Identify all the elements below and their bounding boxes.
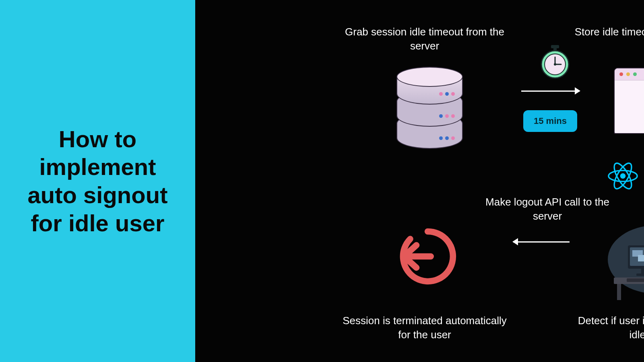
arrow-right-icon: [521, 90, 580, 92]
step-4-label: Session is terminated automatically for …: [336, 314, 513, 342]
svg-rect-13: [617, 284, 621, 300]
logout-icon: [396, 225, 459, 288]
browser-window-icon: [614, 68, 644, 134]
database-icon: [396, 68, 463, 149]
step-1-label: Grab session idle timeout from the serve…: [332, 25, 517, 53]
page-title: How to implement auto signout for idle u…: [16, 125, 179, 237]
stopwatch-icon: [539, 45, 571, 80]
svg-rect-19: [641, 269, 644, 274]
svg-point-6: [554, 63, 556, 66]
step-2-label: Store idle timeout on the client side: [572, 25, 644, 39]
arrow-left-icon: [513, 241, 570, 243]
step-5-label: Detect if user is idle for more than idl…: [572, 314, 644, 342]
svg-point-7: [620, 173, 626, 179]
react-icon: [606, 159, 640, 193]
step-3-label: Make logout API call to the server: [471, 195, 624, 223]
idle-user-icon: [606, 221, 644, 302]
svg-rect-21: [627, 278, 644, 282]
svg-rect-20: [636, 274, 644, 276]
timeout-badge: 15 mins: [523, 110, 577, 132]
title-panel: How to implement auto signout for idle u…: [0, 0, 195, 362]
svg-rect-18: [638, 255, 644, 261]
diagram-area: Grab session idle timeout from the serve…: [195, 0, 644, 362]
